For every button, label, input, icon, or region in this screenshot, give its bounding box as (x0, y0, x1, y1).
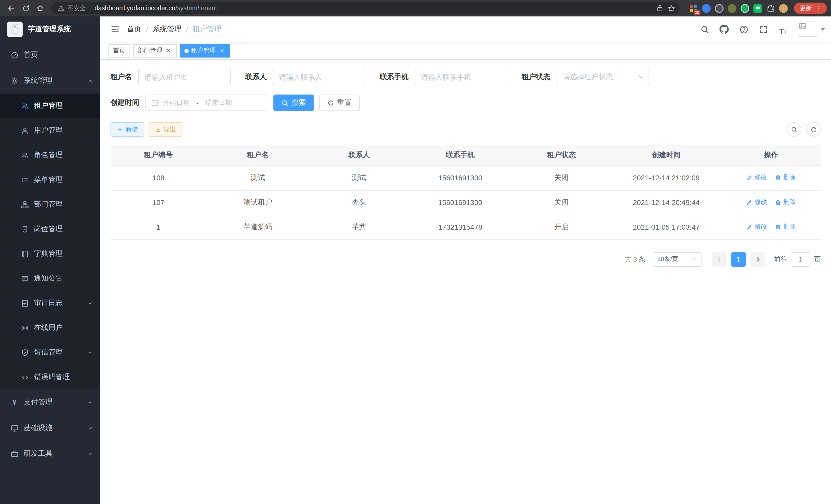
page-size-select[interactable]: 10条/页 (653, 252, 702, 266)
table-row: 1 芋道源码 芋艿 17321315478 开启 2021-01-05 17:0… (111, 215, 821, 239)
sidebar-item-post[interactable]: 岗位管理 (0, 217, 100, 241)
contact-input[interactable] (279, 73, 359, 81)
cell-actions: 修改 删除 (721, 215, 821, 239)
sidebar-item-dept[interactable]: 部门管理 (0, 192, 100, 217)
breadcrumb-home[interactable]: 首页 (127, 25, 141, 34)
phone-input[interactable] (421, 73, 501, 81)
tag-label: 租户管理 (191, 46, 216, 55)
profile-avatar-icon[interactable] (779, 4, 788, 12)
sidebar-item-tenant[interactable]: 租户管理 (0, 93, 100, 118)
cell-contact: 秃头 (309, 190, 409, 215)
tag-dept[interactable]: 部门管理 × (133, 44, 177, 57)
github-link-button[interactable] (718, 24, 730, 35)
goto-label: 前往 (774, 255, 787, 264)
chrome-update-button[interactable]: 更新 ⋮ (794, 3, 827, 14)
page-content: 租户名 联系人 联系手机 (100, 60, 831, 504)
sidebar-item-online-users[interactable]: 在线用户 (0, 316, 100, 340)
edit-button[interactable]: 修改 (746, 173, 767, 182)
pagination: 共 3 条 10条/页 1 前往 页 (111, 252, 821, 266)
cell-status: 开启 (512, 215, 611, 239)
table-row: 108 测试 测试 15601691300 关闭 2021-12-14 21:0… (111, 166, 821, 190)
tag-home[interactable]: 首页 (109, 44, 130, 57)
status-select[interactable]: 请选择租户状态 (556, 69, 649, 85)
tag-label: 部门管理 (138, 46, 163, 55)
user-avatar-menu[interactable] (798, 22, 825, 37)
reset-button[interactable]: 重置 (319, 94, 360, 111)
refresh-table-button[interactable] (806, 122, 821, 137)
browser-menu-icon[interactable]: ⋮ (815, 5, 822, 11)
blue-extension-icon[interactable] (702, 4, 711, 12)
add-button[interactable]: 新增 (111, 122, 144, 137)
back-button[interactable] (4, 1, 19, 16)
sidebar-item-payment[interactable]: ¥ 支付管理 (0, 389, 100, 415)
adblock-extension-icon[interactable]: 10 (689, 4, 698, 12)
prev-page-button[interactable] (712, 252, 726, 266)
add-button-label: 新增 (125, 125, 138, 134)
sidebar-item-dict[interactable]: 字典管理 (0, 241, 100, 266)
badge-icon (21, 225, 29, 233)
dashboard-icon (10, 51, 19, 59)
tag-tenant-active[interactable]: 租户管理 × (180, 44, 230, 57)
help-docs-button[interactable] (738, 24, 749, 35)
sidebar-item-label: 租户管理 (34, 101, 63, 111)
edit-label: 修改 (755, 198, 767, 207)
page-number-current[interactable]: 1 (731, 252, 746, 266)
sidebar-item-menu[interactable]: 菜单管理 (0, 168, 100, 192)
sidebar-item-role[interactable]: 角色管理 (0, 143, 100, 168)
list-icon (21, 176, 29, 184)
bookmark-star-button[interactable] (665, 3, 677, 14)
dark-extension-icon[interactable] (715, 4, 724, 12)
sidebar-item-sms[interactable]: 短信管理 (0, 340, 100, 365)
delete-button[interactable]: 删除 (775, 173, 796, 182)
page-size-value: 10条/页 (657, 255, 678, 264)
fullscreen-button[interactable] (757, 24, 769, 35)
plus-icon (117, 127, 123, 132)
sidebar-item-user[interactable]: 用户管理 (0, 118, 100, 143)
avatar[interactable] (798, 22, 817, 37)
sidebar-item-error-code[interactable]: 错误码管理 (0, 365, 100, 389)
olive-extension-icon[interactable] (728, 4, 737, 12)
font-size-button[interactable]: TT (777, 24, 789, 35)
select-placeholder: 请选择租户状态 (563, 72, 613, 82)
chat-extension-icon[interactable] (753, 4, 762, 12)
edit-icon (746, 199, 753, 206)
tenant-name-input[interactable] (144, 73, 225, 81)
export-button[interactable]: 导出 (148, 122, 182, 137)
edit-button[interactable]: 修改 (746, 198, 767, 207)
goto-page-input[interactable] (791, 252, 810, 266)
sidebar-item-home[interactable]: 首页 (0, 42, 100, 68)
green-extension-icon[interactable] (741, 4, 749, 12)
delete-button[interactable]: 删除 (775, 223, 796, 232)
address-bar[interactable]: 不安全 dashboard.yudao.iocoder.cn/system/te… (51, 2, 680, 14)
sidebar-item-notice[interactable]: 通知公告 (0, 266, 100, 291)
cell-phone: 15601691300 (409, 190, 512, 215)
toggle-search-button[interactable] (787, 122, 801, 137)
trash-icon (775, 224, 781, 230)
chevron-left-icon (716, 256, 722, 262)
filter-label: 租户名 (111, 72, 132, 82)
sidebar-item-dev-tools[interactable]: 研发工具 (0, 441, 100, 467)
close-icon[interactable]: × (219, 47, 226, 54)
edit-button[interactable]: 修改 (746, 223, 767, 232)
date-range-picker[interactable]: 开始日期 - 结束日期 (145, 94, 267, 111)
column-header: 创建时间 (611, 145, 721, 166)
sidebar-item-audit-log[interactable]: 审计日志 (0, 291, 100, 316)
extensions-puzzle-icon[interactable] (766, 4, 775, 12)
reload-button[interactable] (19, 1, 33, 16)
search-button[interactable]: 搜索 (274, 94, 314, 111)
sidebar-item-system[interactable]: 系统管理 (0, 68, 100, 93)
share-button[interactable] (654, 3, 665, 14)
close-icon[interactable]: × (165, 47, 172, 54)
next-page-button[interactable] (751, 252, 765, 266)
sidebar-item-infra[interactable]: 基础设施 (0, 415, 100, 441)
delete-button[interactable]: 删除 (775, 198, 796, 207)
home-button[interactable] (33, 1, 47, 16)
navbar-actions: TT (699, 22, 825, 37)
cell-tenant-name: 芋道源码 (206, 215, 309, 239)
chat-bubble-icon (755, 6, 760, 11)
sidebar-toggle-button[interactable] (106, 21, 124, 38)
security-status[interactable]: 不安全 (58, 4, 86, 12)
header-search-button[interactable] (699, 24, 710, 35)
app-logo[interactable]: 芋道管理系统 (0, 17, 100, 42)
breadcrumb-system[interactable]: 系统管理 (153, 25, 181, 34)
